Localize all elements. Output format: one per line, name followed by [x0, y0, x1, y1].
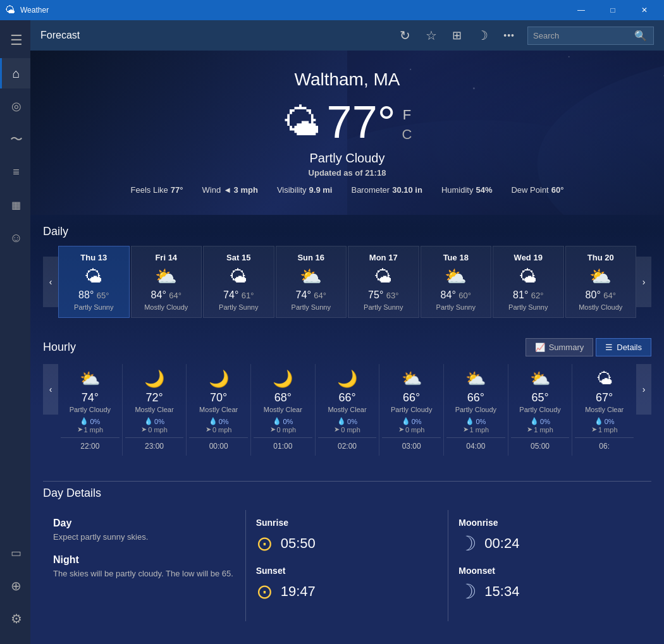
hourly-card: 🌙 72° Mostly Clear 💧 0% ➤ 0 mph 23:00 [123, 364, 187, 456]
hourly-tabs: 📈 Summary ☰ Details [526, 338, 651, 356]
sun-block: Sunrise ⊙ 05:50 Sunset ⊙ 19:47 [246, 510, 449, 621]
daily-card[interactable]: Sun 16 ⛅ 74° 64° Partly Sunny [276, 246, 347, 318]
sidebar-item-radar[interactable]: ◎ [0, 91, 30, 121]
minimize-button[interactable]: — [567, 0, 596, 20]
tab-summary[interactable]: 📈 Summary [526, 338, 594, 356]
hourly-precip: 💧 0% [382, 417, 441, 425]
hourly-title: Hourly [43, 341, 76, 354]
more-icon[interactable]: ••• [501, 28, 517, 43]
hero-section: Waltham, MA 🌤 77° F C Partly Cloudy Upda… [30, 51, 664, 215]
daily-card[interactable]: Fri 14 ⛅ 84° 64° Mostly Cloudy [131, 246, 202, 318]
hourly-wind: ➤ 1 mph [575, 425, 634, 434]
sunrise-label: Sunrise [256, 518, 438, 528]
sidebar-item-daily[interactable]: ≡ [0, 157, 30, 187]
hourly-temp: 74° [61, 391, 120, 404]
hourly-icon: 🌙 [125, 369, 184, 389]
hourly-precip: 💧 0% [575, 417, 634, 425]
hourly-wind: ➤ 1 mph [511, 425, 570, 434]
sidebar-item-monthly[interactable]: ▦ [0, 190, 30, 220]
search-box[interactable]: 🔍 [527, 27, 654, 45]
svg-point-5 [569, 56, 570, 58]
hourly-precip: 💧 0% [189, 417, 248, 425]
hourly-time: 02:00 [318, 437, 377, 451]
hourly-scroll-container: ‹ ⛅ 74° Partly Cloudy 💧 0% ➤ 1 mph 22:00… [43, 364, 651, 456]
moonset-item: ☽ 15:34 [458, 580, 641, 604]
daily-card[interactable]: Mon 17 🌤 75° 63° Partly Sunny [348, 246, 419, 318]
daily-scroll-right[interactable]: › [636, 257, 651, 307]
hourly-section: Hourly 📈 Summary ☰ Details ‹ ⛅ 74° Partl [30, 328, 664, 466]
app-title: Weather [20, 6, 49, 15]
hourly-time: 04:00 [446, 437, 505, 451]
day-night-block: Day Expect partly sunny skies. Night The… [43, 510, 246, 621]
night-icon[interactable]: ☽ [474, 25, 491, 46]
hourly-icon: ⛅ [446, 369, 505, 389]
day-temps: 74° 61° [209, 289, 269, 301]
day-icon: 🌤 [354, 266, 414, 287]
city-name: Waltham, MA [43, 70, 651, 90]
sunset-label: Sunset [256, 566, 438, 576]
hourly-card: ⛅ 66° Partly Cloudy 💧 0% ➤ 0 mph 03:00 [379, 364, 444, 456]
sidebar-item-menu[interactable]: ☰ [0, 25, 30, 56]
day-label: Sat 15 [209, 253, 269, 262]
moonrise-icon: ☽ [458, 532, 477, 556]
chart-icon: 📈 [535, 343, 545, 352]
day-icon: ⛅ [281, 266, 341, 287]
hourly-condition: Partly Cloudy [61, 406, 120, 413]
hourly-icon: 🌙 [254, 369, 312, 389]
hourly-scroll-left[interactable]: ‹ [43, 364, 58, 415]
app-icon: 🌤 [5, 4, 15, 16]
hourly-temp: 70° [189, 391, 248, 404]
hourly-card: ⛅ 74° Partly Cloudy 💧 0% ➤ 1 mph 22:00 [58, 364, 123, 456]
refresh-icon[interactable]: ↻ [397, 25, 413, 46]
hourly-icon: ⛅ [511, 369, 570, 389]
hourly-condition: Mostly Clear [575, 406, 634, 413]
hourly-precip: 💧 0% [446, 417, 505, 425]
search-input[interactable] [533, 31, 634, 40]
daily-scroll-left[interactable]: ‹ [43, 257, 58, 307]
day-temps: 84° 60° [426, 289, 486, 301]
hourly-wind: ➤ 1 mph [446, 425, 505, 434]
hourly-icon: ⛅ [382, 369, 441, 389]
hourly-icon: 🌙 [318, 369, 377, 389]
maximize-button[interactable]: □ [598, 0, 627, 20]
favorite-icon[interactable]: ☆ [423, 25, 440, 46]
moonrise-time: 00:24 [484, 535, 519, 552]
day-label: Thu 20 [571, 253, 631, 262]
hourly-condition: Partly Cloudy [382, 406, 441, 413]
hourly-condition: Partly Cloudy [511, 406, 570, 413]
hourly-wind: ➤ 0 mph [125, 425, 184, 434]
sidebar-item-home[interactable]: ⌂ [0, 58, 30, 88]
sunrise-item: ⊙ 05:50 [256, 532, 438, 556]
hourly-time: 23:00 [125, 437, 184, 451]
sidebar-item-maps[interactable]: 〜 [0, 124, 30, 154]
app-layout: ☰ ⌂ ◎ 〜 ≡ ▦ ☺ ▭ ⊕ ⚙ Forecast ↻ ☆ ⊞ ☽ •••… [0, 20, 664, 644]
sidebar: ☰ ⌂ ◎ 〜 ≡ ▦ ☺ ▭ ⊕ ⚙ [0, 20, 30, 644]
close-button[interactable]: ✕ [630, 0, 659, 20]
daily-card[interactable]: Sat 15 🌤 74° 61° Partly Sunny [203, 246, 274, 318]
hourly-time: 03:00 [382, 437, 441, 451]
hourly-card: 🌙 70° Mostly Clear 💧 0% ➤ 0 mph 00:00 [187, 364, 251, 456]
hourly-scroll-right[interactable]: › [636, 364, 651, 415]
sidebar-item-settings[interactable]: ⚙ [0, 604, 30, 634]
day-condition: Partly Sunny [426, 303, 486, 311]
day-condition: Partly Sunny [354, 303, 414, 311]
hourly-time: 01:00 [254, 437, 312, 451]
day-details-title: Day Details [43, 487, 651, 500]
sidebar-item-add[interactable]: ⊕ [0, 571, 30, 601]
wind-detail: Wind ◄ 3 mph [202, 185, 258, 195]
day-label: Mon 17 [354, 253, 414, 262]
daily-card[interactable]: Wed 19 🌤 81° 62° Partly Sunny [493, 246, 564, 318]
daily-card[interactable]: Thu 20 ⛅ 80° 64° Mostly Cloudy [565, 246, 637, 318]
daily-card[interactable]: Tue 18 ⛅ 84° 60° Partly Sunny [421, 246, 492, 318]
hourly-card: 🌙 66° Mostly Clear 💧 0% ➤ 0 mph 02:00 [316, 364, 380, 456]
daily-card[interactable]: Thu 13 🌤 88° 65° Partly Sunny [58, 246, 130, 318]
hourly-precip: 💧 0% [61, 417, 120, 425]
tab-details[interactable]: ☰ Details [596, 338, 651, 356]
sidebar-item-life[interactable]: ☺ [0, 222, 30, 253]
day-icon: ⛅ [426, 266, 486, 287]
hero-content: Waltham, MA 🌤 77° F C Partly Cloudy Upda… [43, 70, 651, 195]
hourly-condition: Mostly Clear [254, 406, 312, 413]
pin-icon[interactable]: ⊞ [450, 26, 464, 45]
sidebar-item-devices[interactable]: ▭ [0, 538, 30, 568]
hourly-card: ⛅ 65° Partly Cloudy 💧 0% ➤ 1 mph 05:00 [508, 364, 573, 456]
